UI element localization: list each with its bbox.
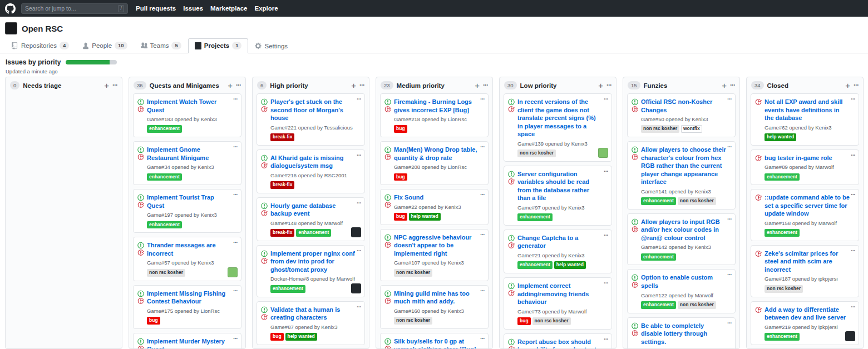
issue-card[interactable]: Official RSC non-Kosher Changes Game#50 … [627, 93, 736, 137]
card-menu-button[interactable]: ··· [480, 143, 485, 150]
column-menu-button[interactable]: ··· [730, 82, 735, 89]
issue-card[interactable]: Implement correct adding/removing friend… [504, 277, 612, 330]
card-menu-button[interactable]: ··· [727, 96, 732, 102]
search-input[interactable]: Search or jump to... / [21, 3, 128, 14]
add-card-button[interactable]: + [722, 82, 727, 89]
card-menu-button[interactable]: ··· [480, 191, 485, 198]
issue-title[interactable]: Player's get stuck on the second floor o… [270, 98, 356, 122]
card-menu-button[interactable]: ··· [480, 231, 485, 238]
issue-title[interactable]: Fix Sound [394, 193, 479, 202]
issue-card[interactable]: Implement Watch Tower Quest Game#183 ope… [133, 93, 241, 137]
issue-card[interactable]: Report abuse box should have ability for… [504, 333, 612, 348]
issue-title[interactable]: Hourly game database backup event [270, 202, 356, 218]
issue-title[interactable]: Al Kharid gate is missing dialogue/syste… [270, 154, 356, 170]
issue-card[interactable]: Mining guild mine has too much mith and … [380, 285, 489, 329]
issue-card[interactable]: Allow players to choose their character'… [627, 141, 736, 210]
issue-card[interactable]: Option to enable custom spells Game#122 … [627, 269, 736, 313]
card-menu-button[interactable]: ··· [604, 232, 608, 238]
card-menu-button[interactable]: ··· [727, 143, 732, 150]
assignee-avatar[interactable] [228, 267, 238, 277]
issue-card[interactable]: Implement Tourist Trap Quest Game#197 op… [133, 189, 241, 233]
issue-title[interactable]: Official RSC non-Kosher Changes [641, 98, 726, 114]
card-menu-button[interactable]: ··· [851, 303, 855, 310]
issue-title[interactable]: Implement Watch Tower Quest [147, 98, 232, 114]
issue-card[interactable]: Be able to completely disable lottery th… [627, 317, 736, 348]
issue-card[interactable]: Al Kharid gate is missing dialogue/syste… [257, 149, 365, 193]
assignee-avatar[interactable] [351, 227, 361, 237]
issue-title[interactable]: Validate that a human is creating charac… [270, 306, 356, 322]
github-logo-icon[interactable] [5, 3, 16, 14]
column-menu-button[interactable]: ··· [606, 82, 611, 89]
tab-repositories[interactable]: Repositories 4 [5, 38, 76, 53]
issue-card[interactable]: Change Captcha to a generator Game#21 op… [504, 230, 612, 273]
assignee-avatar[interactable] [598, 148, 608, 158]
card-menu-button[interactable]: ··· [357, 96, 361, 102]
card-menu-button[interactable]: ··· [357, 152, 361, 158]
issue-card[interactable]: Fix Sound Game#22 opened by Kenix3 bughe… [380, 189, 489, 225]
issue-title[interactable]: Zeke's scimitar prices for steel and mit… [765, 250, 850, 274]
nav-explore[interactable]: Explore [255, 5, 278, 12]
card-menu-button[interactable]: ··· [480, 287, 485, 294]
card-menu-button[interactable]: ··· [233, 335, 238, 342]
card-menu-button[interactable]: ··· [233, 287, 238, 294]
card-menu-button[interactable]: ··· [727, 216, 732, 222]
card-menu-button[interactable]: ··· [604, 280, 608, 286]
card-menu-button[interactable]: ··· [851, 247, 855, 254]
issue-title[interactable]: Change Captcha to a generator [517, 234, 603, 250]
issue-title[interactable]: Add a way to differentiate between dev a… [765, 306, 850, 322]
issue-title[interactable]: Server configuration variables should be… [517, 170, 603, 202]
assignee-avatar[interactable] [351, 283, 361, 293]
nav-marketplace[interactable]: Marketplace [210, 5, 247, 12]
issue-card[interactable]: In recent versions of the client the gam… [504, 93, 612, 162]
tab-settings[interactable]: Settings [248, 39, 294, 53]
card-menu-button[interactable]: ··· [851, 96, 855, 102]
card-menu-button[interactable]: ··· [851, 191, 855, 198]
column-menu-button[interactable]: ··· [359, 82, 364, 89]
tab-people[interactable]: People 10 [76, 38, 134, 53]
issue-title[interactable]: Firemaking - Burning Logs gives incorrec… [394, 98, 479, 114]
issue-card[interactable]: Implement Gnome Restaurant Minigame Game… [133, 141, 241, 185]
issue-card[interactable]: Add a way to differentiate between dev a… [751, 301, 859, 345]
issue-title[interactable]: Report abuse box should have ability for… [517, 338, 603, 348]
issue-card[interactable]: NPC aggressive behaviour doesn't appear … [380, 229, 489, 281]
add-card-button[interactable]: + [104, 82, 109, 89]
issue-card[interactable]: Zeke's scimitar prices for steel and mit… [751, 245, 859, 297]
issue-title[interactable]: Implement Missing Fishing Contest Behavi… [147, 290, 232, 306]
card-menu-button[interactable]: ··· [233, 96, 238, 102]
issue-card[interactable]: Thrander messages are incorrect Game#57 … [133, 237, 241, 281]
issue-title[interactable]: Mining guild mine has too much mith and … [394, 290, 479, 306]
column-menu-button[interactable]: ··· [854, 82, 859, 89]
issue-card[interactable]: ::update command able to be set a specif… [751, 189, 859, 241]
issue-title[interactable]: Implement Gnome Restaurant Minigame [147, 146, 232, 162]
issue-title[interactable]: Man(Men) Wrong Drop table, quantity & dr… [394, 146, 479, 162]
issue-title[interactable]: ::update command able to be set a specif… [765, 193, 850, 218]
issue-card[interactable]: Implement proper nginx conf from dev int… [257, 245, 365, 297]
nav-issues[interactable]: Issues [183, 5, 203, 12]
issue-card[interactable]: Implement Missing Fishing Contest Behavi… [133, 285, 241, 329]
issue-title[interactable]: Option to enable custom spells [641, 273, 726, 290]
issue-card[interactable]: Server configuration variables should be… [504, 166, 612, 226]
issue-title[interactable]: NPC aggressive behaviour doesn't appear … [394, 233, 479, 258]
card-menu-button[interactable]: ··· [604, 336, 608, 342]
issue-title[interactable]: Thrander messages are incorrect [147, 241, 232, 257]
card-menu-button[interactable]: ··· [357, 303, 361, 310]
add-card-button[interactable]: + [475, 82, 480, 89]
tab-projects[interactable]: Projects 1 [188, 38, 249, 53]
issue-card[interactable]: Man(Men) Wrong Drop table, quantity & dr… [380, 141, 489, 185]
add-card-button[interactable]: + [845, 82, 850, 89]
card-menu-button[interactable]: ··· [851, 152, 855, 158]
add-card-button[interactable]: + [598, 82, 603, 89]
issue-card[interactable]: bug tester in-game role Game#89 opened b… [751, 149, 859, 186]
card-menu-button[interactable]: ··· [357, 247, 361, 254]
card-menu-button[interactable]: ··· [727, 271, 732, 278]
issue-card[interactable]: Implement Murder Mystery Quest Game#180 … [133, 333, 241, 348]
tab-teams[interactable]: Teams 5 [134, 38, 188, 53]
add-card-button[interactable]: + [228, 82, 233, 89]
issue-title[interactable]: Not all EXP award and skill events have … [765, 98, 850, 122]
issue-title[interactable]: Silk buy/sells for 0 gp at varrock cloth… [394, 337, 479, 348]
column-menu-button[interactable]: ··· [112, 82, 117, 89]
issue-title[interactable]: Implement Murder Mystery Quest [147, 337, 232, 348]
issue-title[interactable]: Implement proper nginx conf from dev int… [270, 250, 356, 274]
issue-title[interactable]: Allow players to input RGB and/or hex co… [641, 218, 726, 242]
project-title[interactable]: Issues by priority [6, 58, 61, 66]
